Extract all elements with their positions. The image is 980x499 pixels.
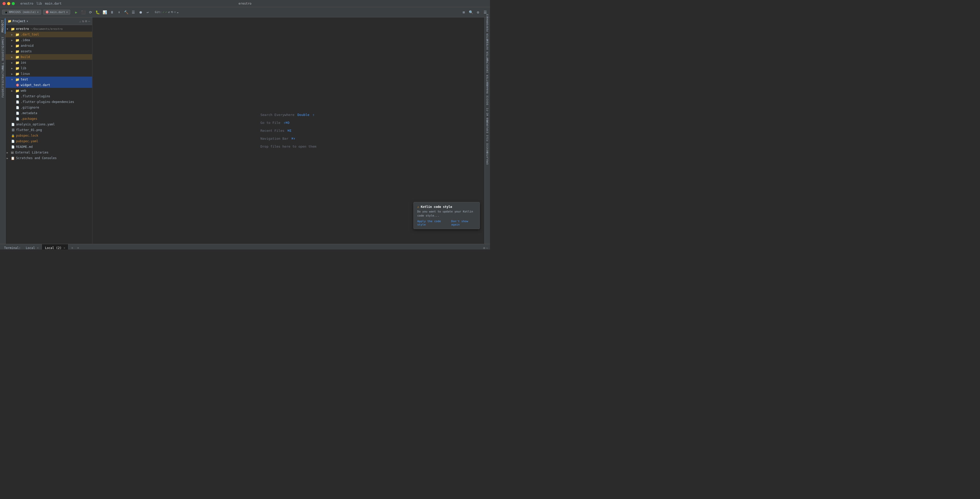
debug-button[interactable]: 🐛 bbox=[95, 9, 101, 15]
right-tab-flutter-performance[interactable]: Flutter Performance bbox=[485, 19, 490, 39]
tree-item-ios[interactable]: ▶ 📁 ios bbox=[6, 60, 92, 65]
tree-item-linux[interactable]: ▶ 📁 linux bbox=[6, 71, 92, 77]
right-tab-device-file-explorer[interactable]: Device File Explorer bbox=[485, 126, 490, 147]
terminal-tab-local[interactable]: Local ✕ bbox=[23, 244, 42, 250]
collapse-icon[interactable]: ⟓ bbox=[79, 19, 81, 23]
minimize-button[interactable] bbox=[7, 2, 10, 5]
dart-tool-folder-icon: 📁 bbox=[15, 33, 19, 37]
tree-item-external-libs[interactable]: ▶ 🏛 External Libraries bbox=[6, 150, 92, 155]
pubspec-lock-label: pubspec.lock bbox=[16, 134, 38, 137]
terminal-add-button[interactable]: ＋ bbox=[68, 245, 76, 250]
terminal-settings-icon[interactable]: ⚙ bbox=[484, 246, 485, 250]
tree-item-flutter-img[interactable]: 🖼 flutter_01.png bbox=[6, 127, 92, 133]
minimize-panel-icon[interactable]: — bbox=[88, 19, 90, 23]
hint-recent-key: ⌘E bbox=[287, 129, 291, 132]
run-button[interactable]: ▶ bbox=[73, 9, 80, 15]
settings-icon[interactable]: ⚙ bbox=[85, 19, 87, 23]
breadcrumb-file[interactable]: main.dart bbox=[45, 2, 62, 5]
git-sync-icon[interactable]: ⟲ bbox=[171, 11, 173, 14]
terminal-dropdown-icon[interactable]: ▾ bbox=[76, 246, 80, 250]
git-refresh-icon[interactable]: ↺ bbox=[168, 11, 170, 14]
kotlin-notification: ⚠ Kotlin code style Do you want to updat… bbox=[414, 202, 480, 229]
root-label: erestro bbox=[16, 27, 29, 31]
record-button[interactable]: ⏺ bbox=[138, 9, 144, 15]
metadata-icon: 📄 bbox=[16, 112, 19, 115]
notification-title-text: Kotlin code style bbox=[421, 205, 452, 209]
project-tree: ▼ 📁 erestro ~/Documents/erestro ▶ 📁 .dar… bbox=[6, 25, 92, 244]
right-tab-flutter-inspector[interactable]: Flutter Inspector bbox=[485, 62, 490, 82]
tree-item-scratches[interactable]: ▶ 📋 Scratches and Consoles bbox=[6, 155, 92, 161]
build-button[interactable]: 🔨 bbox=[123, 9, 129, 15]
right-tab-device-manager[interactable]: Device Manager bbox=[485, 83, 490, 104]
hint-nav-label: Navigation Bar bbox=[260, 137, 288, 140]
sidebar-tab-structure[interactable]: Structure bbox=[0, 66, 5, 81]
breadcrumb-lib[interactable]: lib bbox=[37, 2, 42, 5]
notification-apply-link[interactable]: Apply the code style bbox=[417, 220, 448, 226]
run-config-selector[interactable]: 🎯 main.dart ▾ bbox=[43, 10, 70, 14]
hint-drop-files: Drop files here to open them bbox=[260, 145, 316, 148]
web-folder-icon: 📁 bbox=[15, 89, 19, 93]
pause-button[interactable]: ⏸ bbox=[109, 9, 115, 15]
settings-button[interactable]: ⚙ bbox=[475, 10, 481, 15]
title-bar: erestro lib main.dart erestro bbox=[0, 0, 490, 7]
profile-button[interactable]: 📊 bbox=[102, 9, 108, 15]
close-button[interactable] bbox=[3, 2, 6, 5]
reload-button[interactable]: ⟳ bbox=[88, 9, 94, 15]
tree-item-pubspec-yaml[interactable]: 📄 pubspec.yaml bbox=[6, 139, 92, 144]
external-libs-icon: 🏛 bbox=[11, 151, 14, 155]
metadata-label: .metadata bbox=[21, 112, 37, 115]
tree-item-idea[interactable]: ▶ 📁 .idea bbox=[6, 37, 92, 43]
tree-item-analysis[interactable]: 📄 analysis_options.yaml bbox=[6, 121, 92, 127]
hint-search-everywhere: Search Everywhere Double ⇧ bbox=[260, 113, 314, 117]
terminal-settings: ⚙ — bbox=[484, 246, 488, 250]
right-tab-flutter-outline[interactable]: Flutter Outline bbox=[485, 40, 490, 61]
terminal-tab-local-close[interactable]: ✕ bbox=[37, 246, 38, 249]
tree-item-dart-tool[interactable]: ▶ 📁 .dart_tool bbox=[6, 32, 92, 37]
tree-item-assets[interactable]: ▶ 📁 assets bbox=[6, 48, 92, 54]
stop-button[interactable]: ⬛ bbox=[80, 9, 86, 15]
packages-label: .packages bbox=[21, 117, 37, 121]
terminal-tab-local2[interactable]: Local (2) ✕ bbox=[42, 244, 68, 250]
project-dropdown-icon[interactable]: ▾ bbox=[27, 19, 28, 23]
idea-label: .idea bbox=[21, 38, 30, 42]
tree-item-packages[interactable]: 📄 .packages bbox=[6, 116, 92, 121]
step-button[interactable]: ⬇ bbox=[116, 9, 122, 15]
terminal-tab-local2-close[interactable]: ✕ bbox=[64, 246, 65, 249]
git-cloud-icon[interactable]: ☁ bbox=[177, 11, 179, 14]
tree-item-web[interactable]: ▶ 📁 web bbox=[6, 88, 92, 94]
device-selector[interactable]: 📱 RMX3265 (mobile) ▾ bbox=[2, 10, 41, 14]
tree-item-build[interactable]: ▶ 📁 build bbox=[6, 54, 92, 60]
sidebar-tab-project[interactable]: Project bbox=[0, 18, 5, 34]
flutter-plugins-dep-icon: 📄 bbox=[16, 100, 19, 104]
layout-button[interactable]: ⊞ bbox=[461, 10, 466, 15]
readme-label: README.md bbox=[16, 145, 33, 148]
tree-item-flutter-plugins-dep[interactable]: 📄 .flutter-plugins-dependencies bbox=[6, 99, 92, 105]
coverage-button[interactable]: ☰ bbox=[130, 9, 137, 15]
undo-button[interactable]: ↩ bbox=[145, 9, 151, 15]
project-header-icons: ⟓ ⇅ ⚙ — bbox=[79, 19, 90, 23]
terminal-tab-local-label: Local bbox=[26, 246, 35, 250]
tree-item-test[interactable]: ▼ 📁 test bbox=[6, 77, 92, 82]
sidebar-tab-favorites[interactable]: Favorites bbox=[0, 82, 5, 97]
sort-icon[interactable]: ⇅ bbox=[82, 19, 84, 23]
git-push-icon[interactable]: ↑ bbox=[174, 11, 176, 14]
notification-dismiss-link[interactable]: Don't show again bbox=[451, 220, 476, 226]
maximize-button[interactable] bbox=[12, 2, 15, 5]
terminal-minimize-icon[interactable]: — bbox=[486, 246, 488, 250]
tree-item-android[interactable]: ▶ 📁 android bbox=[6, 43, 92, 48]
tree-item-widget-test[interactable]: 🎯 widget_test.dart bbox=[6, 82, 92, 88]
tree-item-lib[interactable]: ▶ 📁 lib bbox=[6, 65, 92, 71]
search-everywhere-button[interactable]: 🔍 bbox=[468, 10, 474, 15]
tree-root[interactable]: ▼ 📁 erestro ~/Documents/erestro bbox=[6, 26, 92, 32]
tree-item-pubspec-lock[interactable]: 🔒 pubspec.lock bbox=[6, 133, 92, 139]
device-icon: 📱 bbox=[4, 11, 8, 14]
run-buttons: ▶ ⬛ ⟳ 🐛 📊 ⏸ ⬇ 🔨 ☰ ⏺ ↩ bbox=[73, 9, 151, 15]
sidebar-tab-pull-requests[interactable]: Pull Requests bbox=[0, 50, 5, 65]
tree-item-metadata[interactable]: 📄 .metadata bbox=[6, 110, 92, 116]
breadcrumb-erestro[interactable]: erestro bbox=[21, 2, 33, 5]
right-tab-emulator[interactable]: Emulator bbox=[485, 148, 490, 168]
tree-item-gitignore[interactable]: 📄 .gitignore bbox=[6, 105, 92, 110]
tree-item-flutter-plugins[interactable]: 📄 .flutter-plugins bbox=[6, 94, 92, 99]
tree-item-readme[interactable]: 📄 README.md bbox=[6, 144, 92, 150]
pubspec-lock-icon: 🔒 bbox=[11, 134, 15, 137]
